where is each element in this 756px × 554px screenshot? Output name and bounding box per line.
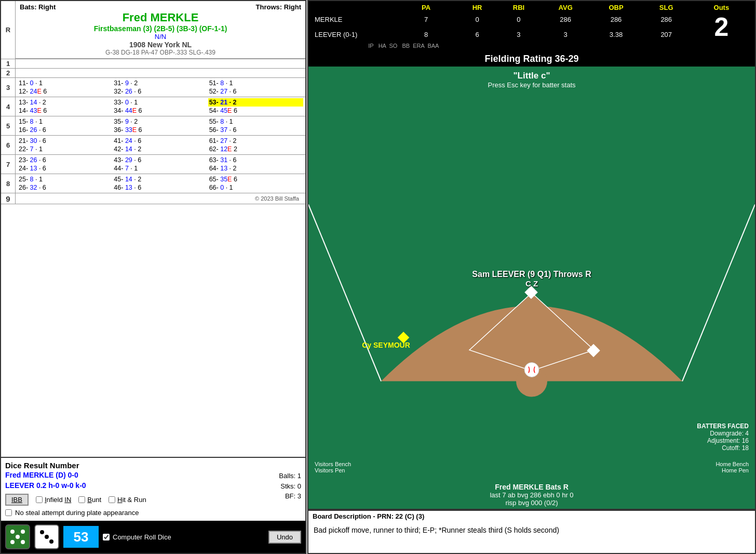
cell-11-1: 46- 13 · 6: [113, 183, 208, 192]
stats-table: PA HR RBI AVG OBP SLG Outs MERKLE 7 0 0 …: [312, 3, 752, 49]
leever-so: 3: [497, 27, 541, 42]
row-5: 5 15- 8 · 1 35- 9 · 2 55- 8 · 1 16- 26 ·…: [1, 116, 305, 136]
visitors-pen-text: Visitors Pen: [315, 467, 351, 473]
bunt-checkbox[interactable]: [78, 496, 85, 503]
result-box: 53: [63, 526, 99, 548]
home-area: Home Bench Home Pen: [716, 461, 749, 473]
cell-11-2: 66- 0 · 1: [208, 183, 303, 192]
batter-line: Fred MERKLE (D) 0-0: [5, 471, 301, 479]
ibb-underline: IBB: [11, 496, 22, 504]
buttons-row: IBB Infield IN Bunt Hit & Run: [5, 494, 279, 506]
throws-text: Throws: Right: [256, 3, 301, 11]
downgrade-text: Downgrade: 4: [697, 430, 749, 437]
dice-line-10: 25- 8 · 1 45- 14 · 2 65- 35E 6: [18, 175, 303, 183]
row-7: 7 23- 26 · 6 43- 29 · 6 63- 31 · 6 24- 1…: [1, 155, 305, 174]
cutoff-text: Cutoff: 18: [697, 444, 749, 452]
board-desc-header: Board Description - PRN: 22 (C) (3): [308, 510, 755, 522]
infield-in-checkbox[interactable]: [36, 496, 43, 503]
bats-throws: Bats: Right Throws: Right: [20, 3, 301, 11]
col-outs: Outs: [691, 3, 752, 12]
batter-stats-field: last 7 ab bvg 286 ebh 0 hr 0: [313, 491, 751, 499]
svg-point-16: [524, 363, 539, 377]
cell-5-2: 56- 37 · 6: [208, 126, 303, 134]
svg-point-1: [21, 530, 25, 534]
row8-content: 25- 8 · 1 45- 14 · 2 65- 35E 6 26- 32 · …: [16, 174, 305, 193]
cell-6-1: 41- 24 · 6: [113, 137, 208, 145]
cell-7-1: 42- 14 · 2: [113, 145, 208, 153]
white-die-svg: [37, 527, 57, 547]
cell-1-1: 32- 26 · 6: [113, 87, 208, 96]
batters-faced-label: BATTERS FACED: [697, 423, 749, 430]
bunt-text: Bunt: [87, 496, 101, 504]
col-hr: HR: [457, 3, 496, 12]
merkle-name: MERKLE: [312, 12, 395, 27]
infield-in-label[interactable]: Infield IN: [36, 496, 71, 504]
green-die: [5, 524, 30, 549]
cell-0-0: 11- 0 · 1: [18, 79, 113, 87]
merkle-hr: 0: [457, 12, 496, 27]
no-steal-checkbox[interactable]: [5, 509, 12, 516]
player-name: Fred MERKLE: [20, 11, 301, 24]
field-area: "Little c" Press Esc key for batter stat…: [308, 67, 755, 509]
computer-roll-label[interactable]: Computer Roll Dice: [103, 533, 171, 541]
hit-run-label[interactable]: Hit & Run: [109, 496, 146, 504]
batter-name-field: Fred MERKLE Bats R: [313, 483, 751, 491]
cell-6-0: 21- 30 · 6: [18, 137, 113, 145]
hit-run-checkbox[interactable]: [109, 496, 115, 503]
bf-text: BF: 3: [279, 491, 301, 502]
batter-risp-field: risp bvg 000 (0/2): [313, 499, 751, 507]
no-steal-row: No steal attempt during plate appearance: [5, 509, 301, 517]
row1-content: [16, 59, 305, 68]
cell-3-2: 54- 45E 6: [208, 107, 303, 115]
row-r: R: [1, 1, 16, 59]
merkle-rbi: 0: [497, 12, 541, 27]
merkle-avg: 286: [541, 12, 590, 27]
leever-ha: 6: [457, 27, 496, 42]
svg-point-5: [40, 530, 44, 534]
dice-line-6: 21- 30 · 6 41- 24 · 6 61- 27 · 2: [18, 137, 303, 145]
cell-2-2-highlighted: 53- 21 · 2: [208, 98, 303, 107]
cell-8-0: 23- 26 · 6: [18, 156, 113, 164]
svg-point-6: [45, 535, 49, 539]
no-steal-text: No steal attempt during plate appearance: [15, 509, 139, 517]
stats-header: PA HR RBI AVG OBP SLG Outs MERKLE 7 0 0 …: [308, 1, 755, 51]
merkle-obp: 286: [590, 12, 641, 27]
row-2: 2: [1, 69, 305, 78]
green-die-svg: [7, 526, 28, 547]
row9-content: © 2023 Bill Staffa: [16, 193, 305, 204]
row-3: 3 11- 0 · 1 31- 9 · 2 51- 8 · 1 12- 24E …: [1, 78, 305, 97]
col-pa: PA: [395, 3, 457, 12]
pitcher-line: LEEVER 0.2 h-0 w-0 k-0: [5, 481, 301, 490]
outs-number: 2: [691, 12, 752, 42]
cell-0-1: 31- 9 · 2: [113, 79, 208, 87]
ibb-button[interactable]: IBB: [5, 494, 29, 506]
cell-2-1: 33- 0 · 1: [113, 98, 208, 107]
cell-4-0: 15- 8 · 1: [18, 117, 113, 126]
leever-labels: IP HA SO BB ERA BAA: [312, 42, 457, 49]
leever-baa: 207: [642, 27, 691, 42]
cell-2-0: 13- 14 · 2: [18, 98, 113, 107]
cell-6-2: 61- 27 · 2: [208, 137, 303, 145]
row7-content: 23- 26 · 6 43- 29 · 6 63- 31 · 6 24- 13 …: [16, 155, 305, 174]
cell-10-0: 25- 8 · 1: [18, 175, 113, 183]
bunt-label[interactable]: Bunt: [78, 496, 101, 504]
leever-bb: 3: [541, 27, 590, 42]
card-area: R Bats: Right Throws: Right Fred MERKLE …: [1, 1, 305, 458]
board-description-area: Board Description - PRN: 22 (C) (3) Bad …: [308, 509, 755, 553]
dice-line-4: 15- 8 · 1 35- 9 · 2 55- 8 · 1: [18, 117, 303, 126]
right-panel: PA HR RBI AVG OBP SLG Outs MERKLE 7 0 0 …: [307, 0, 756, 554]
home-bench-text: Home Bench: [716, 461, 749, 467]
row-6: 6 21- 30 · 6 41- 24 · 6 61- 27 · 2 22- 7…: [1, 136, 305, 155]
cell-11-0: 26- 32 · 6: [18, 183, 113, 192]
computer-roll-text: Computer Roll Dice: [113, 533, 171, 541]
computer-roll-checkbox[interactable]: [103, 534, 110, 540]
col-obp: OBP: [590, 3, 641, 12]
infield-in-text: Infield IN: [45, 496, 71, 504]
row-9: 9 © 2023 Bill Staffa: [1, 193, 305, 204]
row6-content: 21- 30 · 6 41- 24 · 6 61- 27 · 2 22- 7 ·…: [16, 136, 305, 154]
pitcher-cz: C Z: [472, 279, 591, 288]
undo-button[interactable]: Undo: [268, 531, 301, 544]
cell-10-1: 45- 14 · 2: [113, 175, 208, 183]
dice-roller: 53 Computer Roll Dice Undo: [1, 521, 305, 553]
cell-7-0: 22- 7 · 1: [18, 145, 113, 153]
